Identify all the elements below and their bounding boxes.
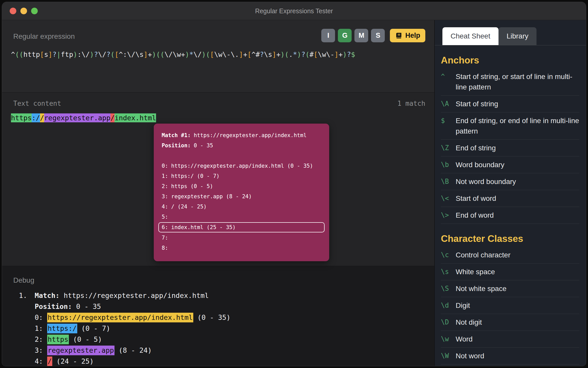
debug-position-value: 0 - 35 [76, 303, 101, 310]
popup-group-row: 8: [158, 243, 325, 253]
debug-group-range: (0 - 7) [77, 324, 110, 332]
popup-group-index: 0: [162, 163, 168, 169]
debug-match-line: Match: https://regexptester.app/index.ht… [35, 290, 231, 301]
debug-group-highlight: https [47, 335, 69, 344]
tab-library[interactable]: Library [498, 27, 537, 45]
cheatsheet-token: \d [441, 300, 456, 311]
debug-group-index: 3: [35, 346, 47, 354]
cheatsheet-item[interactable]: ^Start of string, or start of line in mu… [441, 68, 579, 96]
cheatsheet-item[interactable]: \bWord boundary [441, 156, 579, 173]
popup-group-value: index.html (25 - 35) [171, 224, 236, 230]
cheatsheet-token: \b [441, 160, 456, 170]
cheat-sheet-content[interactable]: Anchors^Start of string, or start of lin… [435, 45, 586, 366]
cheatsheet-description: Not digit [456, 317, 482, 327]
popup-group-value: / (24 - 25) [171, 204, 207, 210]
cheatsheet-item[interactable]: \>End of word [441, 207, 579, 224]
popup-group-index: 1: [162, 173, 168, 179]
cheatsheet-token: \s [441, 267, 456, 277]
cheatsheet-token: \> [441, 210, 456, 220]
cheatsheet-item[interactable]: \AStart of string [441, 96, 579, 112]
debug-position-label: Position: [35, 303, 72, 310]
cheatsheet-token: \w [441, 334, 456, 344]
debug-group-line: 4: / (24 - 25) [35, 356, 231, 366]
zoom-window-button[interactable] [31, 8, 38, 14]
debug-list: 1. Match: https://regexptester.app/index… [13, 290, 434, 366]
debug-item-number: 1. [19, 290, 35, 366]
cheatsheet-token: \B [441, 176, 456, 187]
test-text[interactable]: https://regexptester.app/index.html [11, 113, 156, 122]
close-window-button[interactable] [10, 8, 16, 14]
cheatsheet-description: Control character [456, 250, 510, 260]
debug-group-highlight: regexptester.app [47, 346, 114, 355]
match-count: 1 match [397, 100, 425, 107]
cheatsheet-item[interactable]: \WNot word [441, 348, 579, 364]
cheatsheet-description: Start of word [456, 193, 496, 204]
cheatsheet-item[interactable]: \wWord [441, 331, 579, 348]
cheatsheet-item[interactable]: $End of string, or end of line in multi-… [441, 112, 579, 140]
cheatsheet-item[interactable]: \dDigit [441, 297, 579, 314]
popup-group-row: 3:regexptester.app (8 - 24) [158, 191, 325, 202]
cheatsheet-item[interactable]: \sWhite space [441, 264, 579, 280]
cheatsheet-token: $ [441, 115, 456, 126]
debug-group-range: (24 - 25) [52, 357, 94, 365]
help-button[interactable]: Help [390, 29, 425, 42]
app-window: Regular Expressions Tester Regular expre… [2, 2, 586, 366]
match-segment: / [40, 113, 44, 122]
cheatsheet-item[interactable]: \BNot word boundary [441, 173, 579, 190]
debug-match-label: Match: [35, 292, 60, 299]
popup-group-value: https://regexptester.app/index.html (0 -… [171, 163, 313, 169]
popup-group-row: 4:/ (24 - 25) [158, 202, 325, 212]
debug-group-index: 1: [35, 324, 47, 332]
cheatsheet-item[interactable]: \<Start of word [441, 190, 579, 207]
match-segment: https [11, 113, 32, 122]
cheatsheet-description: Digit [456, 300, 470, 311]
cheatsheet-section-title: Character Classes [441, 233, 579, 244]
debug-group-index: 4: [35, 357, 47, 365]
cheatsheet-description: Word boundary [456, 160, 504, 170]
debug-group-range: (0 - 5) [69, 335, 102, 343]
popup-groups: 0:https://regexptester.app/index.html (0… [158, 161, 325, 253]
popup-match-row: Match #1: https://regexptester.app/index… [158, 130, 325, 140]
cheatsheet-token: \c [441, 250, 456, 260]
debug-position-line: Position: 0 - 35 [35, 301, 231, 312]
cheatsheet-token: \W [441, 351, 456, 361]
cheatsheet-token: \S [441, 283, 456, 294]
cheatsheet-item[interactable]: \xHexadecimal digit [441, 364, 579, 366]
cheatsheet-token: \< [441, 193, 456, 204]
cheatsheet-section-title: Anchors [441, 55, 579, 66]
cheatsheet-item[interactable]: \ZEnd of string [441, 140, 579, 156]
debug-label: Debug [13, 276, 434, 284]
regex-pattern-input[interactable]: ^((http[s]?|ftp):\/)?\/?([^:\/\s]+)((\/\… [11, 50, 425, 59]
debug-group-highlight: / [47, 357, 52, 366]
cheatsheet-item[interactable]: \SNot white space [441, 280, 579, 297]
debug-group-line: 0: https://regexptester.app/index.html (… [35, 312, 231, 323]
debug-group-index: 2: [35, 335, 47, 343]
cheatsheet-token: \D [441, 317, 456, 327]
popup-group-index: 4: [162, 204, 168, 210]
match-segment: regexptester.app [44, 113, 110, 122]
popup-group-index: 2: [162, 183, 168, 189]
debug-group-line: 2: https (0 - 5) [35, 334, 231, 345]
debug-match-value: https://regexptester.app/index.html [64, 292, 209, 299]
popup-group-index: 8: [162, 245, 168, 251]
sidebar-tabs: Cheat SheetLibrary [435, 20, 586, 45]
tab-cheat-sheet[interactable]: Cheat Sheet [442, 27, 498, 45]
cheatsheet-item[interactable]: \cControl character [441, 247, 579, 264]
debug-group-line: 1: https:/ (0 - 7) [35, 323, 231, 334]
cheatsheet-description: Not word boundary [456, 176, 516, 187]
popup-group-row: 6:index.html (25 - 35) [158, 222, 325, 232]
flag-s-button[interactable]: S [371, 29, 385, 42]
sidebar: Cheat SheetLibrary Anchors^Start of stri… [434, 20, 586, 366]
flag-m-button[interactable]: M [354, 29, 368, 42]
popup-group-row: 1:https:/ (0 - 7) [158, 171, 325, 181]
cheatsheet-token: \Z [441, 143, 456, 153]
flag-g-button[interactable]: G [338, 29, 352, 42]
match-segment: :/ [32, 113, 40, 122]
popup-group-value: regexptester.app (8 - 24) [171, 193, 252, 200]
minimize-window-button[interactable] [20, 8, 27, 14]
window-controls [10, 2, 38, 20]
cheatsheet-item[interactable]: \DNot digit [441, 314, 579, 331]
popup-group-index: 6: [162, 224, 168, 230]
flag-i-button[interactable]: I [321, 29, 335, 42]
popup-position-row: Position: 0 - 35 [158, 140, 325, 151]
